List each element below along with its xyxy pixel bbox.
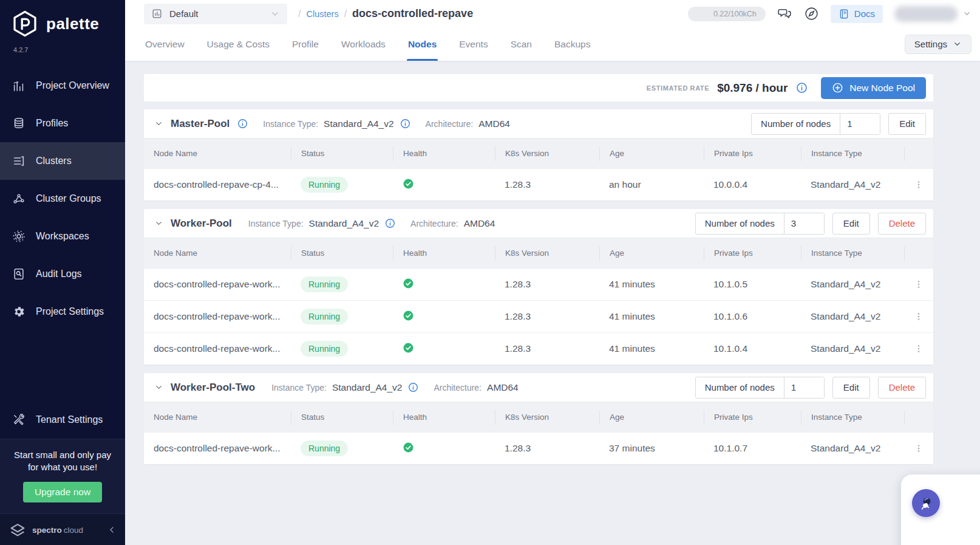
user-menu[interactable] (894, 6, 971, 22)
delete-button[interactable]: Delete (878, 213, 926, 235)
chat-icon[interactable] (777, 6, 792, 21)
tab-scan[interactable]: Scan (509, 27, 533, 61)
sidebar-item-profiles[interactable]: Profiles (0, 105, 125, 142)
chevron-down-icon[interactable] (154, 383, 163, 392)
estimated-rate-label: ESTIMATED RATE (647, 84, 709, 92)
row-menu-button[interactable] (904, 279, 933, 290)
help-astronaut-fab[interactable] (912, 489, 940, 517)
layers-icon (12, 117, 26, 130)
clusters-icon (12, 154, 26, 168)
private-ip: 10.1.0.6 (704, 311, 801, 322)
health-check-icon (403, 442, 414, 453)
sidebar-item-project-settings[interactable]: Project Settings (0, 293, 125, 331)
table-row: docs-controlled-repave-work... Running 1… (144, 432, 933, 464)
user-name-redacted (894, 6, 958, 22)
architecture-value: AMD64 (464, 218, 495, 229)
sidebar-item-tenant-settings[interactable]: Tenant Settings (0, 401, 125, 439)
instance-type: Standard_A4_v2 (801, 279, 904, 290)
chevron-down-icon[interactable] (154, 219, 163, 228)
collapse-sidebar-icon[interactable] (107, 525, 117, 535)
instance-type-label: Instance Type: (248, 219, 304, 228)
nodes-count-input[interactable] (840, 114, 880, 134)
table-row: docs-controlled-repave-cp-4... Running 1… (144, 168, 933, 201)
info-icon[interactable] (384, 218, 396, 229)
row-menu-button[interactable] (904, 311, 933, 322)
instance-type-value: Standard_A4_v2 (309, 218, 379, 229)
sidebar-spacer (0, 331, 125, 401)
status-badge: Running (301, 341, 348, 357)
project-selector-dropdown[interactable]: Default (144, 4, 287, 24)
compass-icon[interactable] (804, 6, 819, 21)
row-menu-button[interactable] (904, 179, 933, 190)
column-header-status: Status (291, 246, 393, 261)
breadcrumb-separator: / (298, 9, 301, 19)
k8s-version: 1.28.3 (495, 343, 599, 354)
pool-header: Worker-Pool-Two Instance Type: Standard_… (144, 373, 933, 402)
tools-icon (12, 413, 26, 427)
audit-icon (12, 267, 26, 281)
health-check-icon (403, 310, 414, 321)
chevron-down-icon (953, 39, 962, 49)
row-menu-button[interactable] (904, 343, 933, 354)
chevron-down-icon[interactable] (154, 119, 163, 128)
sidebar-item-clusters[interactable]: Clusters (0, 142, 125, 180)
new-node-pool-label: New Node Pool (849, 83, 915, 94)
health-check-icon (403, 178, 414, 190)
table-row: docs-controlled-repave-work... Running 1… (144, 300, 933, 332)
new-node-pool-button[interactable]: New Node Pool (821, 77, 926, 99)
sidebar-item-cluster-groups[interactable]: Cluster Groups (0, 180, 125, 218)
architecture-value: AMD64 (478, 118, 510, 129)
table-header-row: Node NameStatusHealthK8s VersionAgePriva… (144, 238, 933, 268)
number-of-nodes-label: Number of nodes (752, 114, 840, 134)
edit-button[interactable]: Edit (832, 213, 870, 235)
settings-button[interactable]: Settings (905, 35, 971, 54)
column-header-age: Age (599, 146, 704, 161)
nodes-count-input[interactable] (784, 213, 824, 234)
tab-backups[interactable]: Backups (553, 27, 591, 61)
architecture-value: AMD64 (487, 382, 519, 393)
astronaut-icon (917, 494, 935, 512)
health-check-icon (403, 342, 414, 354)
info-icon[interactable] (400, 118, 411, 129)
sidebar-item-label: Cluster Groups (36, 193, 101, 204)
sidebar-item-workspaces[interactable]: Workspaces (0, 218, 125, 255)
sidebar-footer: spectrocloud (0, 513, 125, 545)
sidebar-item-label: Profiles (36, 118, 68, 129)
info-icon[interactable] (795, 81, 808, 94)
docs-button[interactable]: Docs (831, 5, 883, 23)
pool-actions: Number of nodes Edit Delete (695, 377, 926, 399)
nodes-count-input[interactable] (784, 377, 824, 398)
breadcrumb-clusters-link[interactable]: Clusters (306, 9, 338, 19)
tab-nodes[interactable]: Nodes (407, 27, 438, 61)
tab-usage-costs[interactable]: Usage & Costs (206, 27, 271, 61)
column-header-status: Status (291, 410, 393, 425)
column-header-instance-type: Instance Type (801, 410, 904, 425)
instance-type-value: Standard_A4_v2 (324, 118, 393, 129)
workspaces-icon (12, 230, 26, 243)
node-pools-list: Master-Pool Instance Type: Standard_A4_v… (144, 109, 933, 464)
info-icon[interactable] (237, 118, 248, 129)
delete-button[interactable]: Delete (878, 377, 926, 399)
upgrade-promo: Start small and only pay for what you us… (0, 439, 125, 514)
column-header-actions (904, 410, 933, 425)
instance-type-label: Instance Type: (271, 383, 327, 392)
row-menu-button[interactable] (904, 443, 933, 454)
upgrade-now-button[interactable]: Upgrade now (23, 482, 102, 502)
tab-overview[interactable]: Overview (144, 27, 186, 61)
tab-profile[interactable]: Profile (291, 27, 320, 61)
sidebar-item-audit-logs[interactable]: Audit Logs (0, 255, 125, 293)
kebab-icon (913, 179, 924, 190)
column-header-node-name: Node Name (144, 410, 291, 425)
edit-button[interactable]: Edit (832, 377, 870, 399)
column-header-private-ips: Private Ips (704, 246, 801, 261)
tab-workloads[interactable]: Workloads (340, 27, 387, 61)
instance-type-label: Instance Type: (263, 119, 318, 129)
node-name: docs-controlled-repave-work... (144, 443, 291, 454)
settings-label: Settings (914, 39, 947, 49)
edit-button[interactable]: Edit (888, 113, 926, 135)
tab-events[interactable]: Events (458, 27, 489, 61)
node-name: docs-controlled-repave-work... (144, 279, 291, 290)
number-of-nodes-label: Number of nodes (696, 213, 784, 234)
sidebar-item-project-overview[interactable]: Project Overview (0, 67, 125, 105)
info-icon[interactable] (407, 382, 419, 393)
